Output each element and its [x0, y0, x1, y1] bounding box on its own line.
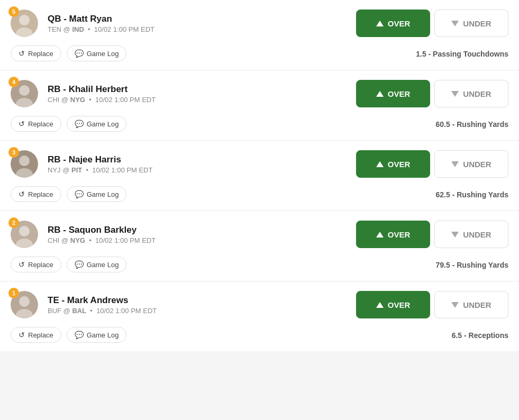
- replace-icon-0: ↺: [19, 49, 25, 58]
- player-name-1: RB - Khalil Herbert: [48, 84, 156, 95]
- under-arrow-icon-3: [451, 232, 459, 238]
- under-arrow-icon-4: [451, 302, 459, 308]
- replace-icon-4: ↺: [19, 331, 25, 339]
- player-bottom-2: ↺ Replace 💬 Game Log 62.5 - Rushing Yard…: [11, 185, 508, 202]
- avatar-wrapper-0: 5: [11, 8, 40, 38]
- svg-point-10: [19, 226, 30, 236]
- replace-button-4[interactable]: ↺ Replace: [11, 327, 61, 343]
- gamelog-icon-0: 💬: [75, 49, 84, 58]
- bet-buttons-2: OVER UNDER: [356, 150, 508, 178]
- replace-button-2[interactable]: ↺ Replace: [11, 186, 61, 202]
- player-name-3: RB - Saquon Barkley: [48, 225, 156, 235]
- avatar-wrapper-2: 3: [11, 149, 40, 179]
- gamelog-icon-4: 💬: [75, 331, 84, 339]
- replace-button-1[interactable]: ↺ Replace: [11, 116, 61, 132]
- over-button-1[interactable]: OVER: [356, 80, 430, 107]
- avatar-wrapper-4: 1: [11, 290, 40, 319]
- player-info-4: TE - Mark Andrews BUF @ BAL • 10/02 1:00…: [48, 295, 157, 315]
- over-arrow-icon-3: [376, 232, 384, 238]
- over-arrow-icon-1: [376, 91, 384, 97]
- bet-buttons-3: OVER UNDER: [356, 221, 508, 248]
- player-info-0: QB - Matt Ryan TEN @ IND • 10/02 1:00 PM…: [48, 14, 154, 33]
- avatar-wrapper-3: 2: [11, 220, 40, 249]
- player-card-1: 4 RB - Khalil Herbert CHI @ NYG • 10/02 …: [0, 70, 519, 141]
- rank-badge-1: 4: [8, 77, 19, 87]
- player-info-1: RB - Khalil Herbert CHI @ NYG • 10/02 1:…: [48, 84, 156, 104]
- gamelog-button-3[interactable]: 💬 Game Log: [67, 257, 127, 272]
- over-button-0[interactable]: OVER: [356, 10, 430, 37]
- rank-badge-3: 2: [8, 217, 19, 228]
- over-arrow-icon-4: [376, 302, 384, 308]
- player-right-1: OVER UNDER: [356, 80, 508, 107]
- under-label-0: UNDER: [463, 19, 491, 28]
- over-arrow-icon-2: [376, 161, 384, 167]
- gamelog-label-3: Game Log: [87, 261, 119, 269]
- replace-label-0: Replace: [28, 50, 53, 58]
- gamelog-label-4: Game Log: [87, 331, 119, 339]
- player-bottom-1: ↺ Replace 💬 Game Log 60.5 - Rushing Yard…: [11, 115, 508, 132]
- under-button-0[interactable]: UNDER: [434, 10, 508, 37]
- bet-buttons-0: OVER UNDER: [356, 10, 508, 37]
- over-button-2[interactable]: OVER: [356, 150, 430, 178]
- player-top-row-1: 4 RB - Khalil Herbert CHI @ NYG • 10/02 …: [11, 79, 508, 108]
- player-info-2: RB - Najee Harris NYJ @ PIT • 10/02 1:00…: [48, 154, 152, 174]
- gamelog-button-4[interactable]: 💬 Game Log: [67, 327, 127, 343]
- gamelog-button-1[interactable]: 💬 Game Log: [67, 116, 127, 132]
- rank-badge-2: 3: [8, 147, 19, 158]
- replace-icon-2: ↺: [19, 190, 25, 198]
- gamelog-icon-2: 💬: [75, 190, 84, 198]
- player-left-2: 3 RB - Najee Harris NYJ @ PIT • 10/02 1:…: [11, 149, 152, 179]
- player-right-2: OVER UNDER: [356, 150, 508, 178]
- gamelog-label-1: Game Log: [87, 120, 119, 128]
- replace-button-0[interactable]: ↺ Replace: [11, 45, 61, 61]
- under-button-4[interactable]: UNDER: [434, 291, 508, 318]
- over-label-2: OVER: [388, 160, 411, 169]
- action-buttons-0: ↺ Replace 💬 Game Log: [11, 45, 126, 61]
- player-bottom-4: ↺ Replace 💬 Game Log 6.5 - Receptions: [11, 326, 508, 343]
- gamelog-label-2: Game Log: [87, 190, 119, 198]
- gamelog-button-2[interactable]: 💬 Game Log: [67, 186, 127, 202]
- under-button-1[interactable]: UNDER: [434, 80, 508, 107]
- player-name-4: TE - Mark Andrews: [48, 295, 157, 306]
- player-left-3: 2 RB - Saquon Barkley CHI @ NYG • 10/02 …: [11, 220, 156, 249]
- action-buttons-3: ↺ Replace 💬 Game Log: [11, 257, 126, 272]
- rank-badge-0: 5: [8, 6, 19, 17]
- under-label-1: UNDER: [463, 89, 491, 98]
- under-button-3[interactable]: UNDER: [434, 221, 508, 248]
- replace-label-4: Replace: [28, 331, 53, 339]
- replace-icon-3: ↺: [19, 260, 25, 269]
- under-label-2: UNDER: [463, 160, 491, 169]
- svg-point-4: [19, 85, 30, 96]
- player-right-0: OVER UNDER: [356, 10, 508, 37]
- gamelog-icon-3: 💬: [75, 260, 84, 269]
- stat-line-4: 6.5 - Receptions: [452, 331, 508, 340]
- under-arrow-icon-0: [451, 21, 459, 26]
- gamelog-button-0[interactable]: 💬 Game Log: [67, 45, 127, 61]
- player-right-4: OVER UNDER: [356, 291, 508, 318]
- over-arrow-icon-0: [376, 21, 384, 26]
- stat-line-0: 1.5 - Passing Touchdowns: [416, 50, 508, 58]
- replace-label-2: Replace: [28, 190, 53, 198]
- replace-icon-1: ↺: [19, 120, 25, 128]
- over-button-3[interactable]: OVER: [356, 221, 430, 248]
- gamelog-label-0: Game Log: [87, 50, 119, 58]
- over-label-4: OVER: [388, 300, 411, 309]
- bet-buttons-4: OVER UNDER: [356, 291, 508, 318]
- player-top-row-4: 1 TE - Mark Andrews BUF @ BAL • 10/02 1:…: [11, 290, 508, 319]
- over-label-0: OVER: [388, 19, 411, 28]
- avatar-wrapper-1: 4: [11, 79, 40, 108]
- replace-button-3[interactable]: ↺ Replace: [11, 257, 61, 272]
- player-meta-0: TEN @ IND • 10/02 1:00 PM EDT: [48, 25, 154, 33]
- over-label-3: OVER: [388, 230, 411, 239]
- under-arrow-icon-2: [451, 161, 459, 167]
- svg-point-13: [19, 296, 30, 307]
- player-meta-4: BUF @ BAL • 10/02 1:00 PM EDT: [48, 307, 157, 315]
- player-meta-1: CHI @ NYG • 10/02 1:00 PM EDT: [48, 96, 156, 104]
- player-meta-3: CHI @ NYG • 10/02 1:00 PM EDT: [48, 236, 156, 244]
- player-card-4: 1 TE - Mark Andrews BUF @ BAL • 10/02 1:…: [0, 281, 519, 351]
- player-meta-2: NYJ @ PIT • 10/02 1:00 PM EDT: [48, 166, 152, 174]
- over-button-4[interactable]: OVER: [356, 291, 430, 318]
- player-left-0: 5 QB - Matt Ryan TEN @ IND • 10/02 1:00 …: [11, 8, 154, 38]
- under-button-2[interactable]: UNDER: [434, 150, 508, 178]
- svg-point-7: [19, 156, 30, 166]
